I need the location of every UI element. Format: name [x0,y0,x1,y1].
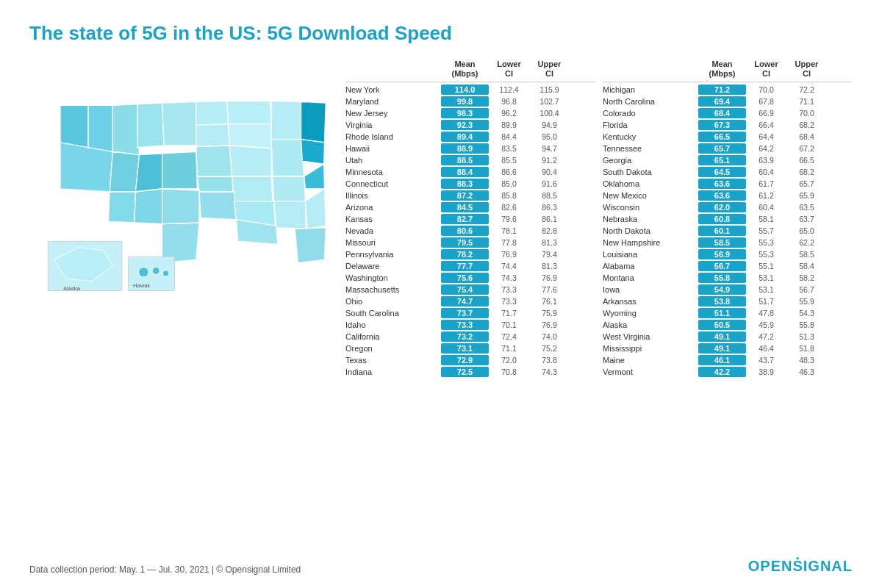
svg-text:Hawaii: Hawaii [133,282,150,289]
upper-ci: 68.4 [786,132,827,141]
table-row: Minnesota 88.4 86.6 90.4 [345,166,595,178]
state-name: Alaska [603,320,698,329]
mean-value: 114.0 [441,85,489,95]
mean-value: 55.8 [698,273,746,283]
table-row: Arkansas 53.8 51.7 55.9 [603,295,853,307]
mean-value: 73.1 [441,343,489,354]
table-right-header: Mean(Mbps) LowerCI UpperCI [603,60,853,82]
state-name: Nebraska [603,215,698,223]
lower-ci: 60.4 [746,168,786,176]
table-row: South Carolina 73.7 71.7 75.9 [345,307,595,319]
upper-ci: 65.9 [786,191,827,200]
upper-ci: 76.1 [529,297,570,306]
lower-ci: 79.6 [489,215,529,223]
upper-ci: 72.2 [786,85,827,94]
footer-text: Data collection period: May. 1 — Jul. 30… [29,564,301,575]
lower-ci: 46.4 [746,344,786,353]
mean-value: 72.5 [441,367,489,377]
lower-ci: 64.2 [746,144,786,153]
state-name: Arizona [345,203,441,212]
mean-value: 63.6 [698,179,746,189]
table-row: Wisconsin 62.0 60.4 63.5 [603,201,853,213]
upper-ci: 58.4 [786,262,827,270]
svg-text:Alaska: Alaska [63,285,80,292]
upper-ci: 86.3 [529,203,570,212]
table-row: Rhode Island 89.4 84.4 95.0 [345,131,595,143]
upper-ci: 76.9 [529,273,570,282]
svg-point-4 [139,267,148,276]
header-upper-1: UpperCI [529,60,570,79]
header-upper-2: UpperCI [786,60,827,79]
upper-ci: 100.4 [529,109,570,118]
state-name: Iowa [603,285,698,294]
table-row: Connecticut 88.3 85.0 91.6 [345,178,595,190]
lower-ci: 38.9 [746,368,786,376]
table-right: Mean(Mbps) LowerCI UpperCI Michigan 71.2… [603,60,853,442]
main-container: The state of 5G in the US: 5G Download S… [0,0,882,588]
mean-value: 72.9 [441,355,489,365]
lower-ci: 51.7 [746,297,786,306]
upper-ci: 56.7 [786,285,827,294]
state-name: Hawaii [345,144,441,153]
lower-ci: 74.4 [489,262,529,270]
mean-value: 49.1 [698,331,746,342]
mean-value: 65.1 [698,155,746,165]
upper-ci: 70.0 [786,109,827,118]
table-row: West Virginia 49.1 47.2 51.3 [603,331,853,343]
state-name: New Mexico [603,191,698,200]
lower-ci: 77.8 [489,238,529,247]
mean-value: 63.6 [698,190,746,201]
lower-ci: 86.6 [489,168,529,176]
upper-ci: 90.4 [529,168,570,176]
upper-ci: 65.0 [786,226,827,235]
lower-ci: 83.5 [489,144,529,153]
lower-ci: 61.2 [746,191,786,200]
upper-ci: 75.9 [529,309,570,318]
mean-value: 60.8 [698,214,746,224]
state-name: Alabama [603,262,698,270]
lower-ci: 45.9 [746,320,786,329]
upper-ci: 102.7 [529,97,570,106]
upper-ci: 48.3 [786,356,827,365]
upper-ci: 58.5 [786,250,827,259]
state-name: Pennsylvania [345,250,441,259]
lower-ci: 85.5 [489,156,529,165]
mean-value: 87.2 [441,190,489,201]
state-name: Maryland [345,97,441,106]
table-right-body: Michigan 71.2 70.0 72.2 North Carolina 6… [603,84,853,378]
table-row: Idaho 73.3 70.1 76.9 [345,319,595,331]
table-row: Utah 88.5 85.5 91.2 [345,154,595,166]
state-name: Delaware [345,262,441,270]
state-name: North Carolina [603,97,698,106]
table-left: Mean(Mbps) LowerCI UpperCI New York 114.… [345,60,595,442]
table-row: Kansas 82.7 79.6 86.1 [345,213,595,225]
lower-ci: 61.7 [746,179,786,188]
state-name: California [345,332,441,341]
mean-value: 54.9 [698,284,746,295]
table-row: Colorado 68.4 66.9 70.0 [603,107,853,119]
state-name: Minnesota [345,168,441,176]
lower-ci: 43.7 [746,356,786,365]
mean-value: 75.4 [441,284,489,295]
mean-value: 42.2 [698,367,746,377]
table-row: Louisiana 56.9 55.3 58.5 [603,248,853,260]
mean-value: 78.2 [441,249,489,259]
mean-value: 49.1 [698,343,746,354]
mean-value: 62.0 [698,202,746,212]
state-name: Oregon [345,344,441,353]
us-map: Alaska Hawaii [29,60,338,442]
mean-value: 77.7 [441,261,489,271]
state-name: Wisconsin [603,203,698,212]
table-row: New Mexico 63.6 61.2 65.9 [603,190,853,201]
mean-value: 74.7 [441,296,489,306]
state-name: South Dakota [603,168,698,176]
header-mean-2: Mean(Mbps) [698,60,746,79]
table-row: Ohio 74.7 73.3 76.1 [345,295,595,307]
lower-ci: 78.1 [489,226,529,235]
mean-value: 60.1 [698,226,746,236]
lower-ci: 96.8 [489,97,529,106]
mean-value: 98.3 [441,108,489,118]
upper-ci: 79.4 [529,250,570,259]
table-row: Florida 67.3 66.4 68.2 [603,119,853,131]
lower-ci: 63.9 [746,156,786,165]
